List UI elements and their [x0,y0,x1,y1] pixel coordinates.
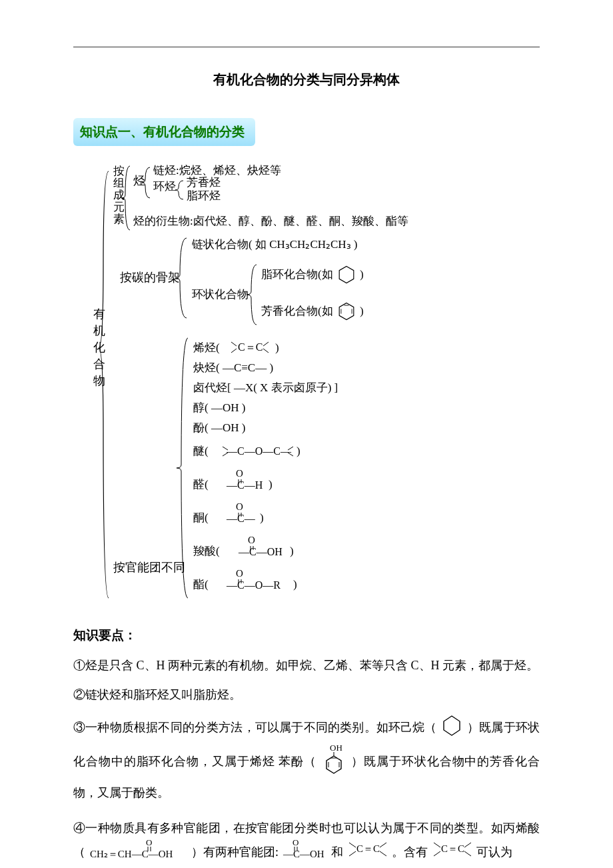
kp4-part-b: ）有两种官能团: [191,845,282,859]
svg-text:O: O [236,568,243,579]
diagram-aroRing-end: ) [360,305,364,317]
keypoint-3: ③一种物质根据不同的分类方法，可以属于不同的类别。如环己烷（ ）既属于环状化合物… [73,714,540,804]
diagram-lianTing: 链烃:烷烃、烯烃、炔烃等 [153,165,281,177]
svg-text:C＝C: C＝C [238,341,263,353]
diagram-ting: 烃 [133,174,145,187]
svg-text:O: O [236,501,243,512]
svg-text:成: 成 [113,189,125,201]
fg-alkene: 烯烃( [193,341,220,354]
diagram-aliRing-end: ) [360,268,364,281]
svg-text:机: 机 [93,324,105,337]
svg-line-66 [434,843,440,847]
svg-line-14 [231,342,237,346]
svg-text:—C—O—R: —C—O—R [226,579,281,591]
svg-line-61 [349,843,356,847]
diagram-huanTing: 环烃 [153,180,176,193]
svg-text:—C—: —C— [226,513,256,524]
diagram-zhihuanTing: 脂环烃 [187,189,221,202]
svg-line-17 [263,342,269,346]
svg-text:物: 物 [93,374,105,387]
fg-halo: 卤代烃[ —X( X 表示卤原子) ] [193,381,338,394]
section-banner-1: 知识点一、有机化合物的分类 [73,118,255,146]
svg-text:OH: OH [330,743,342,753]
svg-text:): ) [260,511,264,524]
svg-text:): ) [293,578,297,591]
kp3-part-a: ③一种物质根据不同的分类方法，可以属于不同的类别。如环己烷（ [73,721,437,734]
diagram-group-label: 按官能团不同 [113,561,185,574]
svg-line-15 [231,349,237,353]
svg-text:按: 按 [113,165,125,177]
svg-text:O: O [236,468,243,479]
svg-line-62 [349,851,356,856]
svg-text:元: 元 [113,201,125,213]
diagram-aroRing: 芳香化合物(如 [261,305,333,317]
svg-text:): ) [275,341,279,354]
svg-marker-46 [444,716,460,735]
kp4-part-c: 和 [331,845,346,859]
diagram-fangxiangTing: 芳香烃 [187,176,221,189]
fg-alkyne: 炔烃( —C≡C— ) [193,361,273,374]
fg-ester: 酯( [193,578,209,591]
svg-line-70 [464,851,471,856]
svg-text:组: 组 [113,177,125,189]
svg-text:O: O [248,535,255,545]
fg-ketone: 酮( [193,511,209,524]
svg-text:C＝C: C＝C [356,843,380,854]
fg-ether: 醚( [193,445,209,457]
svg-text:—C—OH: —C—OH [283,849,324,859]
top-rule [73,47,540,47]
classification-diagram: 有 机 化 合 物 按 组 成 元 素 烃 链烃:烷烃、烯烃、炔烃等 环烃 芳香… [93,165,540,611]
keypoint-1: ①烃是只含 C、H 两种元素的有机物。如甲烷、乙烯、苯等只含 C、H 元素，都属… [73,655,540,676]
fg-aldehyde: 醛( [193,478,209,491]
svg-text:): ) [297,445,301,457]
svg-text:): ) [290,545,294,557]
fg-acid: 羧酸( [193,545,220,557]
kp4-part-e: 可认为 [476,845,512,859]
svg-text:): ) [269,478,273,491]
svg-line-69 [464,843,471,847]
svg-text:CH₂＝CH—C—OH: CH₂＝CH—C—OH [90,849,173,859]
diagram-chain: 链状化合物( 如 CH₃CH₂CH₂CH₃ ) [191,238,358,251]
document-title: 有机化合物的分类与同分异构体 [73,67,540,91]
svg-text:素: 素 [113,213,125,225]
cyclohexane-icon [440,714,464,743]
cc-double-bond-icon-2: C＝C [431,840,474,867]
diagram-aliRing: 脂环化合物(如 [261,268,333,281]
diagram-ring: 环状化合物 [192,288,249,301]
keypoint-2: ②链状烃和脂环烃又叫脂肪烃。 [73,684,540,705]
svg-line-64 [380,843,386,847]
svg-marker-9 [339,267,354,283]
cooh-group-icon: O —C—OH [282,839,328,868]
keypoints-heading: 知识要点： [73,624,540,647]
phenol-icon: OH [320,743,348,782]
svg-line-67 [434,851,440,856]
fg-phenol: 酚( —OH ) [193,421,245,434]
diagram-deriv: 烃的衍生物:卤代烃、醇、酚、醚、醛、酮、羧酸、酯等 [133,215,408,227]
acrylic-acid-formula: O CH₂＝CH—C—OH [89,839,189,868]
svg-text:C＝C: C＝C [441,843,464,854]
cc-double-bond-icon-1: C＝C [346,840,389,867]
svg-line-18 [263,349,269,353]
kp4-part-d: 。含有 [392,845,428,859]
svg-text:合: 合 [93,357,105,371]
svg-text:O: O [293,839,299,847]
fg-alcohol: 醇( —OH ) [193,401,245,414]
diagram-skeleton-label: 按碳的骨架 [120,271,180,284]
svg-text:—C—O—C—: —C—O—C— [226,445,292,457]
svg-line-65 [380,851,386,856]
diagram-root: 有 [93,307,105,321]
svg-text:O: O [146,839,152,847]
svg-text:—C—H: —C—H [226,479,263,491]
keypoint-4: ④一种物质具有多种官能团，在按官能团分类时也可以认为属于不同的类型。如丙烯酸（ … [73,817,540,868]
svg-text:—C—OH: —C—OH [238,546,283,557]
